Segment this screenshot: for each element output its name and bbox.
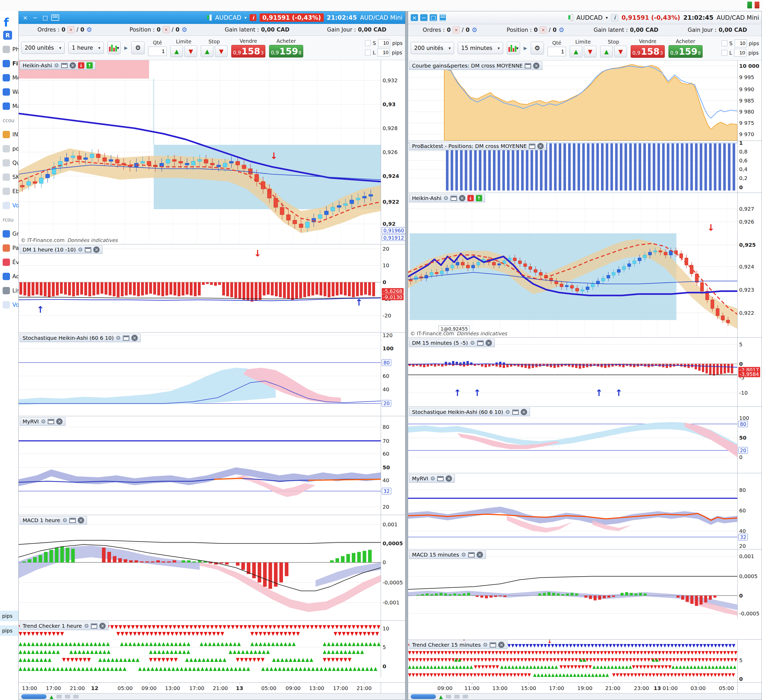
timeframe-select[interactable]: 15 minutes▾ [458,42,503,54]
sidebar-item[interactable]: ccou [0,113,19,127]
sell-marker-icon[interactable]: ↓ [78,62,84,69]
detach-window-icon[interactable] [69,518,76,523]
chart-plot-area[interactable]: ProBacktest - Positions: DM cross MOYENN… [408,141,737,192]
chart-canvas[interactable] [408,473,737,549]
sidebar-badge[interactable]: R [3,31,12,40]
detach-window-icon[interactable] [123,336,129,341]
sidebar-item[interactable]: Pag [0,241,19,255]
chart-plot-area[interactable]: MACD 1 heure⚙× [19,515,381,620]
bottom-icon[interactable] [73,695,78,698]
chart-plot-area[interactable]: MyRVI⚙× [19,416,381,515]
chart-canvas[interactable] [19,515,381,620]
sidebar-item[interactable]: Gro [0,227,19,241]
chart-style-button[interactable]: ▾ [108,42,120,54]
indicator-settings-icon[interactable]: ⚙ [84,623,89,629]
chart-plot-area[interactable]: Trend Checker 1 heure⚙× [19,621,381,677]
indicator-settings-icon[interactable]: ⚙ [116,335,121,341]
remove-indicator-icon[interactable]: × [93,247,100,253]
quantity-input[interactable] [548,47,566,56]
remove-indicator-icon[interactable]: × [56,418,62,425]
indicator-settings-icon[interactable]: ⚙ [54,62,59,69]
buy-marker-icon[interactable]: ↑ [476,195,482,201]
info-icon[interactable]: i [611,14,618,21]
minimize-window-button[interactable]: − [420,14,428,21]
price-axis[interactable]: 10,80,60,40,20 [737,141,762,192]
price-axis[interactable]: 0,9320,930,9280,9260,9240,9220,920,91960… [381,60,405,244]
sidebar-item[interactable]: Évè [0,255,19,269]
bottom-icon[interactable] [446,695,451,698]
buy-stop-button[interactable]: ▲ [600,46,613,57]
time-axis[interactable]: 13:0017:0021:001205:0009:0013:0017:0021:… [19,683,381,693]
tools-wrench-button[interactable]: ⚙ [531,42,544,55]
sell-limit-button[interactable]: ▼ [184,45,197,57]
remove-indicator-icon[interactable]: × [459,195,465,201]
checkbox[interactable] [721,41,727,46]
keyboard-icon[interactable] [51,14,59,22]
checkbox[interactable] [365,50,371,55]
chart-plot-area[interactable]: Stochastique Heikin-Ashi (60 6 10)⚙× [408,407,737,473]
checkbox[interactable] [365,40,371,46]
remove-indicator-icon[interactable]: × [498,642,504,648]
green-candles-icon[interactable] [747,2,752,8]
price-axis[interactable]: 0,0010,00050-0,0005-0,001 [381,515,405,620]
remove-indicator-icon[interactable]: × [70,62,76,69]
price-axis[interactable]: 50 [737,639,762,683]
chart-style-button[interactable]: ▾ [507,42,520,55]
sidebar-item[interactable]: INT [0,127,19,142]
close-position-icon[interactable]: × [540,27,547,33]
indicator-settings-icon[interactable]: ⚙ [483,642,488,648]
chart-plot-area[interactable]: DM 1 heure (10 -10)⚙×↓↑↑ [19,244,381,333]
chart-canvas[interactable] [19,333,381,416]
detach-window-icon[interactable] [512,409,519,415]
detach-window-icon[interactable] [61,63,67,68]
maximize-window-button[interactable]: □ [41,14,49,22]
detach-window-icon[interactable] [451,196,457,201]
units-select[interactable]: 200 unités▾ [411,42,454,54]
remove-indicator-icon[interactable]: × [477,552,483,558]
buy-limit-button[interactable]: ▲ [170,45,183,57]
sell-button[interactable]: 0,91583 [231,45,265,58]
quantity-input[interactable] [148,47,167,56]
close-window-button[interactable]: × [21,14,29,22]
orders-settings-icon[interactable]: ⚙ [86,26,92,33]
detach-window-icon[interactable] [529,144,535,149]
time-axis[interactable]: 09:0011:0013:0015:0017:0019:0021:0023:00… [408,683,737,693]
pips-input[interactable] [378,39,390,47]
instrument-symbol[interactable]: AUDCAD [215,14,242,21]
chart-plot-area[interactable]: Courbe gains&pertes: DM cross MOYENNE× [408,61,737,141]
buy-button[interactable]: 0,91598 [668,45,703,58]
sidebar-item[interactable]: Act [0,269,19,283]
sell-button[interactable]: 0,91583 [631,45,665,58]
detach-window-icon[interactable] [48,419,54,424]
chart-plot-area[interactable]: MyRVI⚙× [408,473,737,549]
indicator-settings-icon[interactable]: ⚙ [62,517,67,523]
chart-canvas[interactable] [19,244,381,333]
pips-input[interactable] [378,48,390,56]
remove-indicator-icon[interactable]: × [78,517,84,523]
price-axis[interactable]: 20100-10-20-5,6268-9,0130 [381,244,405,333]
buy-limit-button[interactable]: ▲ [570,46,582,57]
price-axis[interactable]: 12010080604020 [381,333,405,416]
sidebar-item[interactable]: Me [0,71,19,85]
indicator-settings-icon[interactable]: ⚙ [430,475,435,482]
buy-stop-button[interactable]: ▲ [201,45,213,57]
keyboard-icon[interactable] [439,14,447,21]
indicator-settings-icon[interactable]: ⚙ [470,340,475,346]
buy-button[interactable]: 0,91598 [269,45,303,58]
chart-plot-area[interactable]: Trend Checker 15 minutes⚙×↓↓ [408,639,737,683]
indicator-settings-icon[interactable]: ⚙ [443,195,448,201]
sidebar-item[interactable]: Ma [0,99,19,113]
remove-indicator-icon[interactable]: × [486,340,492,346]
sidebar-item[interactable]: Ebs [0,184,19,198]
sell-limit-button[interactable]: ▼ [584,46,596,57]
detach-window-icon[interactable] [490,642,496,647]
price-axis[interactable]: 0,9270,9260,9250,9240,9230,922 [737,193,762,338]
red-candle-icon[interactable] [755,2,759,8]
chart-canvas[interactable] [408,193,737,338]
chevron-down-icon[interactable]: ▾ [244,15,247,20]
expand-arrow-icon[interactable]: ▶ [124,45,128,50]
price-axis[interactable]: 80706050403220 [381,416,405,515]
sell-marker-icon[interactable]: ↓ [467,195,474,201]
info-icon[interactable]: i [250,14,256,21]
sidebar-item[interactable]: Qui [0,156,19,170]
